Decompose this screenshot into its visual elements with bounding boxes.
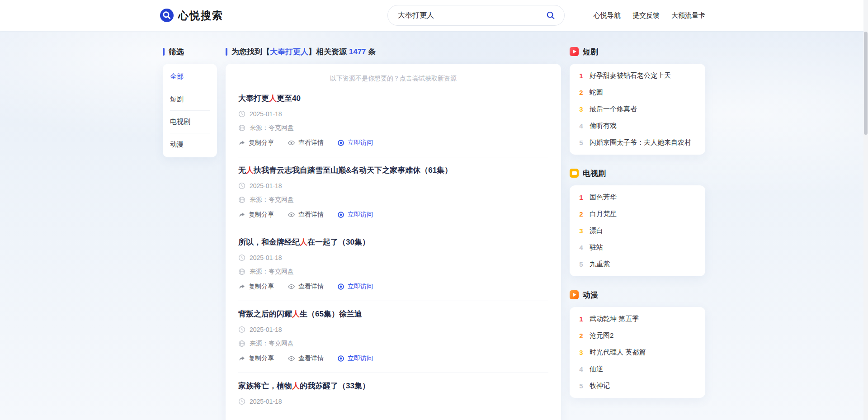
globe-icon [238,268,245,275]
eye-icon [288,139,295,146]
view-detail-button[interactable]: 查看详情 [288,283,324,291]
title-highlight: 人 [246,166,254,175]
title-text: 大奉打更 [238,94,269,103]
page-scrollbar[interactable] [863,0,868,420]
result-date: 2025-01-18 [250,182,282,189]
top-nav: 心悦导航 提交反馈 大额流量卡 [594,11,705,20]
brand-logo-icon [160,9,174,22]
rank-item[interactable]: 4仙逆 [578,361,697,378]
rank-item[interactable]: 5牧神记 [578,378,697,394]
rank-number: 3 [578,227,585,235]
filter-item-tv[interactable]: 电视剧 [170,111,210,133]
rank-number: 3 [578,105,585,113]
ranking-title: 短剧 [583,47,598,57]
rank-item[interactable]: 1国色芳华 [578,189,697,206]
tv-icon [570,169,579,178]
share-icon [238,211,245,218]
ranking-card: 1国色芳华 2白月梵星 3漂白 4驻站 5九重紫 [570,185,705,276]
nav-link-navigation[interactable]: 心悦导航 [594,11,621,20]
view-detail-button[interactable]: 查看详情 [288,211,324,219]
filter-item-shortplay[interactable]: 短剧 [170,88,210,111]
result-source-row: 来源：夸克网盘 [238,124,548,132]
accent-bar [226,48,227,56]
nav-link-feedback[interactable]: 提交反馈 [632,11,660,20]
refresh-notice[interactable]: 以下资源不是你想要的？点击尝试获取新资源 [238,72,548,85]
rank-item[interactable]: 5闪婚京圈太子爷：夫人她来自农村 [578,134,697,151]
rank-number: 5 [578,139,585,146]
brand-logo[interactable]: 心悦搜索 [160,9,223,23]
filter-card: 全部 短剧 电视剧 动漫 [163,64,217,157]
share-icon [238,139,245,146]
scrollbar-thumb[interactable] [864,32,868,135]
rank-item[interactable]: 1武动乾坤 第五季 [578,311,697,327]
filter-item-all[interactable]: 全部 [170,66,210,88]
result-item: 背叛之后的闪耀人生（65集）徐兰迪 2025-01-18 来源：夸克网盘 复制分… [238,301,548,373]
rank-label: 武动乾坤 第五季 [590,315,639,323]
rank-number: 4 [578,244,585,251]
visit-now-button[interactable]: 立即访问 [337,283,373,291]
title-text: 家族将亡，植物 [238,382,292,390]
globe-icon [238,340,245,347]
result-title[interactable]: 背叛之后的闪耀人生（65集）徐兰迪 [238,309,548,320]
share-icon [238,283,245,290]
ranking-title: 动漫 [583,290,598,300]
rank-item[interactable]: 4驻站 [578,239,697,256]
action-label: 复制分享 [249,283,274,291]
nav-link-data-card[interactable]: 大额流量卡 [671,11,705,20]
filter-title: 筛选 [169,47,184,57]
play-icon [570,47,579,56]
view-detail-button[interactable]: 查看详情 [288,139,324,147]
result-date-row: 2025-01-18 [238,110,548,118]
rank-item[interactable]: 4偷听有戏 [578,118,697,134]
search-button[interactable] [543,8,558,23]
visit-icon [337,211,344,218]
result-title[interactable]: 家族将亡，植物人的我苏醒了（33集） [238,381,548,392]
ranking-heading: 短剧 [570,46,705,57]
action-label: 查看详情 [298,139,324,147]
rank-label: 最后一个修真者 [590,105,637,113]
title-highlight: 人 [300,238,307,246]
action-label: 复制分享 [249,139,274,147]
filter-heading: 筛选 [163,46,217,57]
rank-item[interactable]: 3时光代理人 英都篇 [578,344,697,361]
rank-label: 九重紫 [590,260,610,269]
rank-item[interactable]: 1好孕甜妻被钻石老公宠上天 [578,67,697,84]
visit-now-button[interactable]: 立即访问 [337,139,373,147]
action-label: 查看详情 [298,283,324,291]
rank-number: 4 [578,365,585,373]
rank-item[interactable]: 3漂白 [578,222,697,239]
ranking-title: 电视剧 [583,168,606,179]
result-date: 2025-01-18 [250,254,282,261]
clock-icon [238,110,245,118]
visit-now-button[interactable]: 立即访问 [337,354,373,363]
ranking-tv: 电视剧 1国色芳华 2白月梵星 3漂白 4驻站 5九重紫 [570,168,705,276]
visit-now-button[interactable]: 立即访问 [337,211,373,219]
copy-share-button[interactable]: 复制分享 [238,139,274,147]
action-label: 立即访问 [348,211,373,219]
result-title[interactable]: 大奉打更人更至40 [238,93,548,104]
results-heading: 为您找到【大奉打更人】相关资源 1477 条 [231,47,376,57]
rank-item[interactable]: 5九重紫 [578,256,697,273]
accent-bar [163,48,165,56]
top-header: 心悦搜索 心悦导航 提交反馈 大额流量卡 [0,0,868,31]
rank-number: 4 [578,122,585,130]
title-text: 无 [238,166,246,175]
filter-item-anime[interactable]: 动漫 [170,133,210,156]
copy-share-button[interactable]: 复制分享 [238,211,274,219]
rank-item[interactable]: 2蛇园 [578,84,697,101]
action-label: 立即访问 [348,139,373,147]
result-title[interactable]: 所以，和金牌经纪人在一起了（30集） [238,237,548,248]
rank-item[interactable]: 3最后一个修真者 [578,101,697,118]
view-detail-button[interactable]: 查看详情 [288,354,324,363]
result-actions: 复制分享 查看详情 立即访问 [238,354,548,363]
copy-share-button[interactable]: 复制分享 [238,283,274,291]
result-title[interactable]: 无人扶我青云志我自踏雪至山巅&名动天下之家事难休（61集） [238,165,548,176]
title-text: 所以，和金牌经纪 [238,238,300,246]
ranking-heading: 动漫 [570,289,705,300]
copy-share-button[interactable]: 复制分享 [238,354,274,363]
rank-item[interactable]: 2沧元图2 [578,327,697,344]
heading-pre: 为您找到【 [231,47,270,56]
search-input[interactable] [398,11,543,19]
clock-icon [238,182,245,189]
rank-item[interactable]: 2白月梵星 [578,206,697,222]
